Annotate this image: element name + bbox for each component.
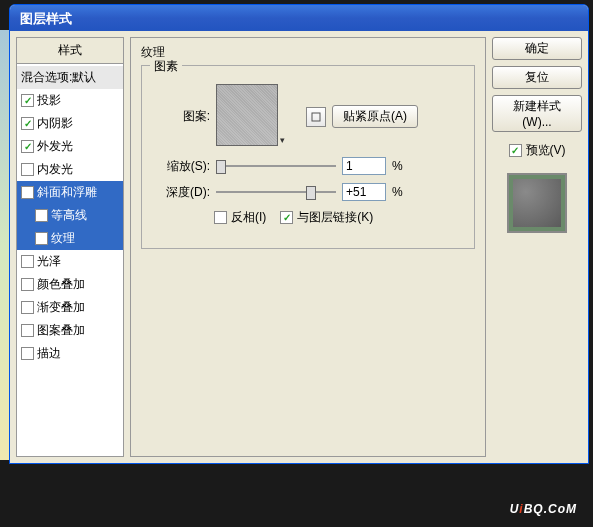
new-style-button[interactable]: 新建样式(W)... — [492, 95, 582, 132]
depth-label: 深度(D): — [154, 184, 210, 201]
style-checkbox[interactable] — [21, 186, 34, 199]
watermark-bottom: UiBQ.CoM — [510, 493, 577, 519]
style-label: 渐变叠加 — [37, 299, 85, 316]
invert-checkbox[interactable]: 反相(I) — [214, 209, 266, 226]
depth-input[interactable] — [342, 183, 386, 201]
settings-panel: 纹理 图素 图案: ▾ 贴紧原点(A) 缩放(S): — [130, 37, 486, 457]
style-item-11[interactable]: 描边 — [17, 342, 123, 365]
style-item-4[interactable]: 斜面和浮雕 — [17, 181, 123, 204]
scale-label: 缩放(S): — [154, 158, 210, 175]
style-label: 描边 — [37, 345, 61, 362]
style-item-2[interactable]: 外发光 — [17, 135, 123, 158]
snap-origin-button[interactable]: 贴紧原点(A) — [332, 105, 418, 128]
style-item-9[interactable]: 渐变叠加 — [17, 296, 123, 319]
style-label: 颜色叠加 — [37, 276, 85, 293]
link-layer-label: 与图层链接(K) — [297, 209, 373, 226]
layer-style-dialog: 图层样式 样式 混合选项:默认 投影内阴影外发光内发光斜面和浮雕等高线纹理光泽颜… — [9, 4, 589, 464]
style-label: 外发光 — [37, 138, 73, 155]
style-checkbox[interactable] — [21, 94, 34, 107]
new-preset-button[interactable] — [306, 107, 326, 127]
style-item-1[interactable]: 内阴影 — [17, 112, 123, 135]
pattern-label: 图案: — [154, 108, 210, 125]
ok-button[interactable]: 确定 — [492, 37, 582, 60]
pattern-dropdown-icon[interactable]: ▾ — [280, 135, 292, 147]
reset-button[interactable]: 复位 — [492, 66, 582, 89]
style-item-0[interactable]: 投影 — [17, 89, 123, 112]
style-label: 投影 — [37, 92, 61, 109]
pattern-swatch[interactable] — [216, 84, 278, 146]
pattern-group-label: 图素 — [150, 58, 182, 75]
style-item-6[interactable]: 纹理 — [17, 227, 123, 250]
style-label: 图案叠加 — [37, 322, 85, 339]
style-checkbox[interactable] — [21, 163, 34, 176]
scale-slider[interactable] — [216, 158, 336, 174]
titlebar[interactable]: 图层样式 — [10, 5, 588, 31]
preview-checkbox[interactable]: 预览(V) — [492, 142, 582, 159]
style-label: 等高线 — [51, 207, 87, 224]
style-item-3[interactable]: 内发光 — [17, 158, 123, 181]
style-label: 纹理 — [51, 230, 75, 247]
style-checkbox[interactable] — [21, 278, 34, 291]
style-checkbox[interactable] — [21, 301, 34, 314]
style-item-7[interactable]: 光泽 — [17, 250, 123, 273]
styles-list: 混合选项:默认 投影内阴影外发光内发光斜面和浮雕等高线纹理光泽颜色叠加渐变叠加图… — [17, 64, 123, 367]
style-checkbox[interactable] — [21, 140, 34, 153]
action-panel: 确定 复位 新建样式(W)... 预览(V) — [492, 37, 582, 457]
style-checkbox[interactable] — [21, 255, 34, 268]
scale-input[interactable] — [342, 157, 386, 175]
scale-unit: % — [392, 159, 403, 173]
style-checkbox[interactable] — [21, 324, 34, 337]
style-label: 光泽 — [37, 253, 61, 270]
new-preset-icon — [310, 111, 322, 123]
style-item-8[interactable]: 颜色叠加 — [17, 273, 123, 296]
svg-rect-0 — [312, 113, 320, 121]
preview-thumbnail — [507, 173, 567, 233]
style-label: 内发光 — [37, 161, 73, 178]
styles-header: 样式 — [17, 38, 123, 64]
style-label: 斜面和浮雕 — [37, 184, 97, 201]
style-label: 内阴影 — [37, 115, 73, 132]
style-checkbox[interactable] — [35, 209, 48, 222]
depth-unit: % — [392, 185, 403, 199]
invert-label: 反相(I) — [231, 209, 266, 226]
blend-options-item[interactable]: 混合选项:默认 — [17, 66, 123, 89]
depth-slider[interactable] — [216, 184, 336, 200]
preview-label: 预览(V) — [526, 142, 566, 159]
style-item-5[interactable]: 等高线 — [17, 204, 123, 227]
style-item-10[interactable]: 图案叠加 — [17, 319, 123, 342]
link-layer-checkbox[interactable]: 与图层链接(K) — [280, 209, 373, 226]
style-checkbox[interactable] — [21, 347, 34, 360]
settings-title: 纹理 — [141, 44, 475, 61]
style-checkbox[interactable] — [35, 232, 48, 245]
style-checkbox[interactable] — [21, 117, 34, 130]
pattern-group: 图素 图案: ▾ 贴紧原点(A) 缩放(S): — [141, 65, 475, 249]
styles-panel: 样式 混合选项:默认 投影内阴影外发光内发光斜面和浮雕等高线纹理光泽颜色叠加渐变… — [16, 37, 124, 457]
